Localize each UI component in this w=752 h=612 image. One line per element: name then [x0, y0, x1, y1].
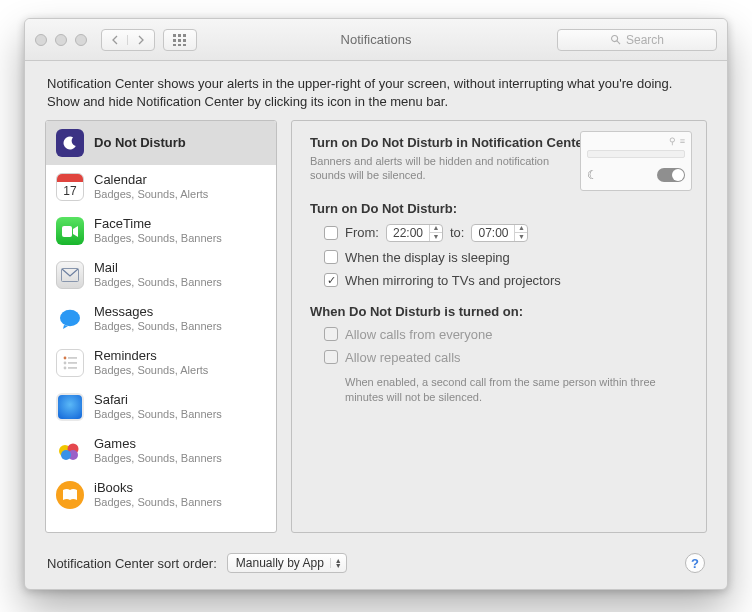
sidebar-item-do-not-disturb[interactable]: Do Not Disturb — [46, 121, 276, 165]
mirroring-label: When mirroring to TVs and projectors — [345, 273, 561, 288]
sidebar-item-sub: Badges, Sounds, Banners — [94, 276, 222, 289]
from-time-row: From: 22:00 ▲▼ to: 07:00 ▲▼ — [324, 224, 688, 242]
svg-rect-3 — [173, 39, 176, 42]
sidebar-item-safari[interactable]: SafariBadges, Sounds, Banners — [46, 385, 276, 429]
minimize-window-button[interactable] — [55, 34, 67, 46]
svg-point-13 — [60, 310, 80, 326]
svg-rect-5 — [183, 39, 186, 42]
sidebar-item-ibooks[interactable]: iBooksBadges, Sounds, Banners — [46, 473, 276, 517]
moon-icon — [56, 129, 84, 157]
allow-repeated-row: Allow repeated calls — [324, 350, 688, 365]
search-icon — [610, 34, 621, 45]
sleeping-row: When the display is sleeping — [324, 250, 688, 265]
sidebar-item-calendar[interactable]: 17 CalendarBadges, Sounds, Alerts — [46, 165, 276, 209]
messages-icon — [56, 305, 84, 333]
chevron-updown-icon: ▲▼ — [330, 558, 342, 568]
svg-rect-7 — [178, 44, 181, 46]
content-area: Do Not Disturb 17 CalendarBadges, Sounds… — [25, 120, 727, 543]
sidebar-item-label: Games — [94, 437, 222, 452]
svg-point-16 — [64, 362, 67, 365]
step-down-icon[interactable]: ▼ — [515, 233, 527, 242]
sort-label: Notification Center sort order: — [47, 556, 217, 571]
allow-everyone-checkbox[interactable] — [324, 327, 338, 341]
sidebar-item-label: Safari — [94, 393, 222, 408]
games-icon — [56, 437, 84, 465]
notification-center-preview: ⚲≡ ☾ — [580, 131, 692, 191]
preferences-window: Notifications Search Notification Center… — [24, 18, 728, 590]
svg-rect-11 — [62, 226, 72, 237]
sidebar-item-sub: Badges, Sounds, Alerts — [94, 188, 208, 201]
sleeping-checkbox[interactable] — [324, 250, 338, 264]
sidebar-item-facetime[interactable]: FaceTimeBadges, Sounds, Banners — [46, 209, 276, 253]
sleeping-label: When the display is sleeping — [345, 250, 510, 265]
sidebar-item-games[interactable]: GamesBadges, Sounds, Banners — [46, 429, 276, 473]
svg-rect-17 — [68, 362, 77, 364]
sort-order-select[interactable]: Manually by App ▲▼ — [227, 553, 347, 573]
repeated-hint: When enabled, a second call from the sam… — [345, 375, 688, 405]
dnd-toggle-preview — [657, 168, 685, 182]
allow-everyone-row: Allow calls from everyone — [324, 327, 688, 342]
moon-icon: ☾ — [587, 168, 598, 182]
sidebar-item-label: Mail — [94, 261, 222, 276]
detail-header-hint: Banners and alerts will be hidden and no… — [310, 154, 550, 183]
forward-button[interactable] — [128, 35, 154, 45]
mirroring-row: ✓ When mirroring to TVs and projectors — [324, 273, 688, 288]
close-window-button[interactable] — [35, 34, 47, 46]
sidebar-item-sub: Badges, Sounds, Alerts — [94, 364, 208, 377]
from-checkbox[interactable] — [324, 226, 338, 240]
zoom-window-button[interactable] — [75, 34, 87, 46]
step-down-icon[interactable]: ▼ — [430, 233, 442, 242]
sidebar-item-sub: Badges, Sounds, Banners — [94, 320, 222, 333]
svg-rect-15 — [68, 357, 77, 359]
svg-rect-6 — [173, 44, 176, 46]
search-placeholder: Search — [626, 33, 664, 47]
grid-icon — [173, 34, 187, 46]
step-up-icon[interactable]: ▲ — [515, 224, 527, 233]
footer: Notification Center sort order: Manually… — [25, 543, 727, 589]
turn-on-label: Turn on Do Not Disturb: — [310, 201, 688, 216]
sidebar-item-label: FaceTime — [94, 217, 222, 232]
chevron-right-icon — [137, 35, 145, 45]
from-label: From: — [345, 225, 379, 240]
sidebar-item-label: Messages — [94, 305, 222, 320]
reminders-icon — [56, 349, 84, 377]
intro-text: Notification Center shows your alerts in… — [25, 61, 727, 120]
back-button[interactable] — [102, 35, 128, 45]
calendar-icon: 17 — [56, 173, 84, 201]
app-list[interactable]: Do Not Disturb 17 CalendarBadges, Sounds… — [45, 120, 277, 533]
to-time-stepper[interactable]: 07:00 ▲▼ — [471, 224, 528, 242]
svg-point-14 — [64, 357, 67, 360]
svg-point-9 — [612, 36, 618, 42]
to-label: to: — [450, 225, 464, 240]
sidebar-item-label: Do Not Disturb — [94, 136, 186, 151]
allow-everyone-label: Allow calls from everyone — [345, 327, 492, 342]
allow-repeated-checkbox[interactable] — [324, 350, 338, 364]
svg-line-10 — [617, 41, 620, 44]
sidebar-item-label: iBooks — [94, 481, 222, 496]
mirroring-checkbox[interactable]: ✓ — [324, 273, 338, 287]
facetime-icon — [56, 217, 84, 245]
sidebar-item-mail[interactable]: MailBadges, Sounds, Banners — [46, 253, 276, 297]
window-controls — [35, 34, 87, 46]
chevron-left-icon — [111, 35, 119, 45]
svg-rect-4 — [178, 39, 181, 42]
sidebar-item-messages[interactable]: MessagesBadges, Sounds, Banners — [46, 297, 276, 341]
show-all-button[interactable] — [163, 29, 197, 51]
search-icon: ⚲ — [669, 136, 676, 146]
svg-point-18 — [64, 367, 67, 370]
svg-rect-1 — [178, 34, 181, 37]
sidebar-item-sub: Badges, Sounds, Banners — [94, 232, 222, 245]
sidebar-item-label: Calendar — [94, 173, 208, 188]
help-button[interactable]: ? — [685, 553, 705, 573]
svg-rect-8 — [183, 44, 186, 46]
sidebar-item-reminders[interactable]: RemindersBadges, Sounds, Alerts — [46, 341, 276, 385]
svg-point-23 — [61, 450, 71, 460]
allow-repeated-label: Allow repeated calls — [345, 350, 461, 365]
sidebar-item-sub: Badges, Sounds, Banners — [94, 452, 222, 465]
sort-value: Manually by App — [236, 556, 324, 570]
detail-pane: ⚲≡ ☾ Turn on Do Not Disturb in Notificat… — [291, 120, 707, 533]
step-up-icon[interactable]: ▲ — [430, 224, 442, 233]
from-time-stepper[interactable]: 22:00 ▲▼ — [386, 224, 443, 242]
search-input[interactable]: Search — [557, 29, 717, 51]
svg-rect-19 — [68, 367, 77, 369]
